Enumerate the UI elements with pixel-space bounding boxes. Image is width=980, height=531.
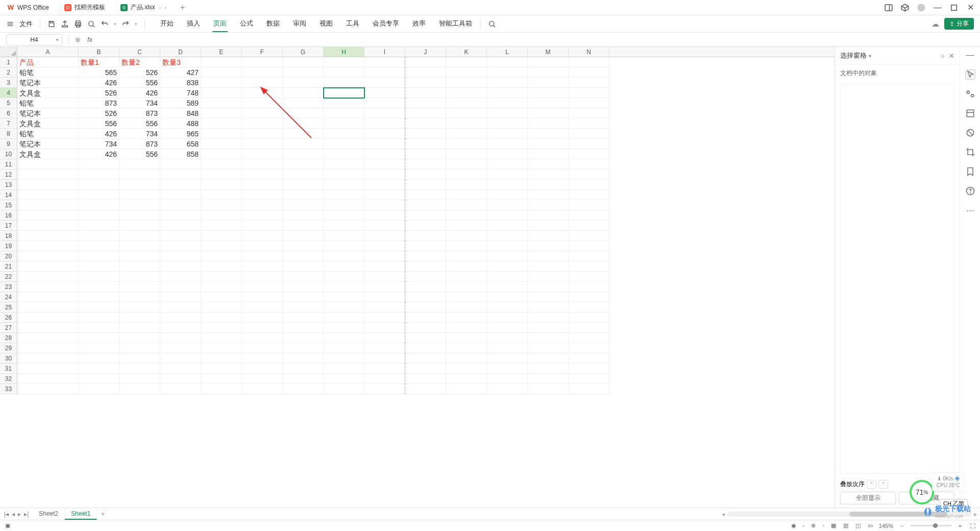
row-header[interactable]: 13	[0, 180, 17, 190]
cell[interactable]	[283, 159, 324, 170]
hamburger-icon[interactable]	[6, 20, 14, 28]
cell[interactable]	[364, 210, 405, 221]
minimize-icon[interactable]: —	[933, 3, 942, 12]
cell[interactable]: 426	[79, 149, 119, 159]
cell[interactable]	[79, 323, 119, 333]
cell[interactable]	[364, 159, 405, 170]
cell[interactable]	[201, 78, 242, 88]
cell[interactable]	[160, 210, 201, 221]
cell[interactable]	[569, 251, 609, 261]
cell[interactable]	[569, 88, 609, 98]
print-icon[interactable]	[74, 20, 82, 28]
cell[interactable]	[569, 180, 609, 190]
cell[interactable]	[446, 210, 487, 221]
column-header[interactable]: D	[160, 47, 201, 57]
cell[interactable]	[119, 241, 160, 251]
cell[interactable]	[528, 312, 569, 323]
cell[interactable]	[119, 272, 160, 282]
cell[interactable]	[283, 170, 324, 180]
cell[interactable]	[364, 261, 405, 272]
close-icon[interactable]: ✕	[966, 3, 975, 12]
cell[interactable]	[364, 272, 405, 282]
menu-item[interactable]: 数据	[265, 16, 281, 32]
cell[interactable]	[364, 384, 405, 394]
cell[interactable]	[487, 149, 528, 159]
cell[interactable]	[201, 302, 242, 312]
order-up-button[interactable]: ˄	[867, 480, 876, 489]
cell[interactable]	[242, 118, 283, 129]
cell[interactable]: 铅笔	[17, 129, 79, 139]
cell[interactable]	[283, 118, 324, 129]
cell[interactable]	[364, 333, 405, 343]
cell[interactable]	[405, 170, 446, 180]
cell[interactable]	[405, 231, 446, 241]
cell[interactable]	[242, 374, 283, 384]
cell[interactable]	[324, 353, 364, 364]
cell[interactable]: 556	[79, 118, 119, 129]
sheet-first-icon[interactable]: |◂	[4, 511, 9, 518]
cell[interactable]	[569, 118, 609, 129]
sheet-last-icon[interactable]: ▸|	[24, 511, 29, 518]
cell[interactable]	[160, 170, 201, 180]
cell[interactable]	[487, 129, 528, 139]
row-header[interactable]: 11	[0, 159, 17, 170]
menu-item[interactable]: 效率	[411, 16, 427, 32]
row-header[interactable]: 6	[0, 108, 17, 118]
cell[interactable]	[201, 57, 242, 67]
cell[interactable]	[283, 67, 324, 78]
preview-icon[interactable]	[87, 20, 95, 28]
cell[interactable]: 426	[79, 78, 119, 88]
cell[interactable]	[17, 384, 79, 394]
cell[interactable]	[405, 221, 446, 231]
cell[interactable]	[283, 57, 324, 67]
row-header[interactable]: 7	[0, 118, 17, 129]
cell[interactable]	[17, 261, 79, 272]
menu-item[interactable]: 开始	[159, 16, 175, 32]
cell[interactable]	[17, 364, 79, 374]
cell[interactable]	[364, 170, 405, 180]
cell[interactable]	[79, 364, 119, 374]
cell[interactable]	[569, 241, 609, 251]
cell[interactable]	[487, 302, 528, 312]
cell[interactable]	[446, 312, 487, 323]
row-header[interactable]: 20	[0, 251, 17, 261]
cell[interactable]	[528, 374, 569, 384]
cell[interactable]	[405, 88, 446, 98]
cube-icon[interactable]	[900, 3, 910, 12]
cell[interactable]	[487, 323, 528, 333]
row-header[interactable]: 32	[0, 374, 17, 384]
cell[interactable]	[79, 374, 119, 384]
cell[interactable]	[242, 210, 283, 221]
tab-template[interactable]: D 找稻壳模板	[57, 1, 112, 15]
cell[interactable]: 658	[160, 139, 201, 149]
sheet-tab[interactable]: Sheet2	[33, 509, 65, 520]
row-header[interactable]: 31	[0, 364, 17, 374]
hscroll-left-icon[interactable]: ◂	[722, 511, 725, 518]
cell[interactable]	[79, 241, 119, 251]
cell[interactable]	[364, 139, 405, 149]
cell[interactable]	[79, 302, 119, 312]
row-header[interactable]: 14	[0, 190, 17, 200]
cell[interactable]	[17, 312, 79, 323]
cell[interactable]	[446, 170, 487, 180]
cell[interactable]	[446, 78, 487, 88]
cell[interactable]	[324, 200, 364, 210]
cell[interactable]	[201, 221, 242, 231]
cell[interactable]	[446, 200, 487, 210]
cell[interactable]	[283, 261, 324, 272]
cell[interactable]	[242, 78, 283, 88]
cell[interactable]	[242, 57, 283, 67]
cell[interactable]: 426	[119, 88, 160, 98]
cell[interactable]	[487, 282, 528, 292]
cell[interactable]	[79, 272, 119, 282]
record-icon[interactable]: ▣	[4, 522, 11, 529]
column-header[interactable]: A	[17, 47, 79, 57]
cell[interactable]	[446, 67, 487, 78]
cell[interactable]	[405, 261, 446, 272]
sheet-prev-icon[interactable]: ◂	[12, 511, 15, 518]
cell[interactable]	[201, 364, 242, 374]
tab-document-active[interactable]: S 产品.xlsx ○ •	[113, 1, 174, 15]
cell[interactable]	[528, 261, 569, 272]
cell[interactable]: 556	[119, 78, 160, 88]
cell[interactable]	[119, 374, 160, 384]
